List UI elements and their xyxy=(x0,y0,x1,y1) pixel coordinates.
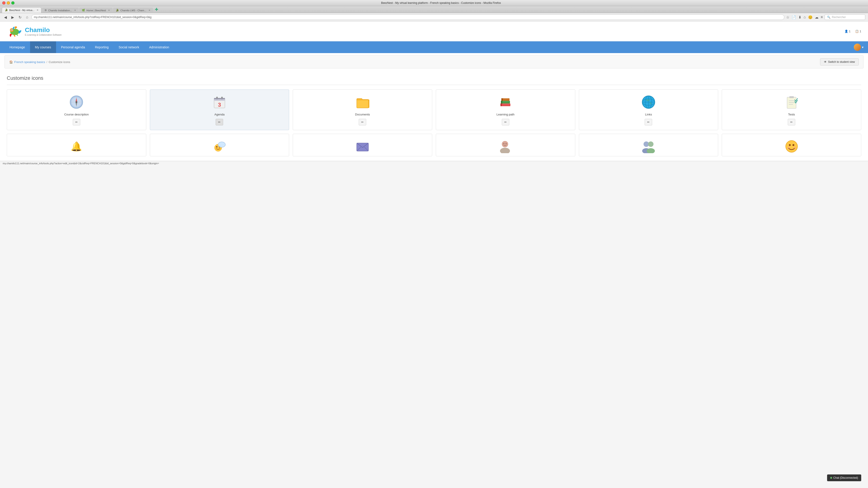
tab-close-1[interactable]: ✕ xyxy=(37,9,38,11)
nav-administration[interactable]: Administration xyxy=(144,41,174,53)
svg-point-36 xyxy=(216,146,217,148)
menu-icon[interactable]: ≡ xyxy=(821,15,823,19)
tab-1[interactable]: 🐊 BeezNest - My virtua... ✕ xyxy=(2,7,41,13)
url-bar[interactable]: my.chamilo111.net/main/course_info/tools… xyxy=(31,14,784,20)
forum-icon-svg xyxy=(213,140,226,153)
icon-card-learning-path: Learning path ✏ xyxy=(436,90,575,130)
close-button[interactable] xyxy=(2,1,5,4)
logo-icon xyxy=(7,25,23,37)
emoji-icon[interactable]: 😊 xyxy=(808,15,813,20)
edit-documents-button[interactable]: ✏ xyxy=(359,119,366,125)
nav-reporting[interactable]: Reporting xyxy=(90,41,114,53)
tab-4[interactable]: 🐊 Chamilo LMS - Cham... ✕ xyxy=(113,8,153,13)
edit-icon-0: ✏ xyxy=(75,121,78,124)
switch-btn-label: Switch to student view xyxy=(828,60,855,64)
forward-button[interactable]: ▶ xyxy=(10,15,16,20)
switch-student-view-button[interactable]: 👁 Switch to student view xyxy=(820,58,859,66)
notification-badge[interactable]: 📋 1 xyxy=(855,30,861,33)
icon-card-announcements: 🔔 xyxy=(7,134,146,156)
reload-button[interactable]: ↻ xyxy=(17,15,23,20)
bookmark-icon[interactable]: ☆ xyxy=(786,15,789,20)
breadcrumb-bar: 🏠 French speaking basics / Customize ico… xyxy=(4,55,864,68)
learning-path-icon xyxy=(498,94,513,110)
icon-card-users xyxy=(436,134,575,156)
header-icons: 👤 1 📋 1 xyxy=(844,30,861,33)
address-bar: ◀ ▶ ↻ ⌂ my.chamilo111.net/main/course_in… xyxy=(0,13,868,22)
emoji-icon-svg xyxy=(785,140,798,153)
edit-links-button[interactable]: ✏ xyxy=(645,119,652,125)
download-icon[interactable]: ⬇ xyxy=(798,15,801,20)
user-avatar[interactable] xyxy=(854,43,861,51)
page-content: Chamilo E-Learning & Collaboration Softw… xyxy=(0,22,868,161)
home-nav-icon[interactable]: ⌂ xyxy=(804,15,806,19)
tab-bar: 🐊 BeezNest - My virtua... ✕ ⚙ Chamilo In… xyxy=(0,6,868,13)
notification-count: 1 xyxy=(860,30,861,33)
svg-rect-16 xyxy=(500,103,502,106)
tab-label-1: BeezNest - My virtua... xyxy=(9,9,34,11)
home-button[interactable]: ⌂ xyxy=(25,15,30,20)
icon-card-groups xyxy=(579,134,718,156)
svg-point-51 xyxy=(793,144,794,146)
agenda-label: Agenda xyxy=(215,113,225,116)
svg-point-43 xyxy=(503,143,504,144)
avatar-dropdown-icon[interactable]: ▾ xyxy=(862,45,864,49)
icon-card-course-description: Course description ✏ xyxy=(7,90,146,130)
tab-2[interactable]: ⚙ Chamilo Installation... ✕ xyxy=(42,8,79,13)
svg-point-46 xyxy=(648,141,653,147)
search-box[interactable]: 🔍 Rechercher xyxy=(825,14,865,20)
tests-icon xyxy=(784,94,800,110)
icon-card-chat xyxy=(722,134,861,156)
user-icon-svg xyxy=(499,140,512,153)
user-icon-badge[interactable]: 👤 1 xyxy=(844,30,850,33)
page-title: Customize icons xyxy=(7,75,861,81)
icon-grid-bottom: 🔔 xyxy=(7,134,861,156)
tab-3[interactable]: 🌿 Home | BeezNest ✕ xyxy=(79,8,113,13)
course-description-label: Course description xyxy=(64,113,89,116)
maximize-button[interactable] xyxy=(11,1,14,4)
edit-tests-button[interactable]: ✏ xyxy=(788,119,795,125)
svg-point-3 xyxy=(11,30,12,31)
tab-close-3[interactable]: ✕ xyxy=(108,9,110,11)
tests-label: Tests xyxy=(788,113,795,116)
reader-icon[interactable]: 📄 xyxy=(792,15,796,20)
svg-rect-20 xyxy=(501,98,503,101)
envelope-icon-svg xyxy=(356,141,369,152)
main-content: Customize icons Course descrip xyxy=(0,71,868,161)
breadcrumb-course-link[interactable]: French speaking basics xyxy=(14,60,45,64)
nav-homepage[interactable]: Homepage xyxy=(4,41,30,53)
edit-course-description-button[interactable]: ✏ xyxy=(73,119,80,125)
nav-my-courses[interactable]: My courses xyxy=(30,41,56,53)
back-button[interactable]: ◀ xyxy=(3,15,8,20)
icon-card-agenda: 3 Agenda ✏ xyxy=(150,90,289,130)
tab-label-3: Home | BeezNest xyxy=(86,9,106,12)
logo: Chamilo E-Learning & Collaboration Softw… xyxy=(7,25,61,37)
search-placeholder: Rechercher xyxy=(832,15,846,19)
icon-card-mail xyxy=(293,134,432,156)
tab-label-2: Chamilo Installation... xyxy=(48,9,72,12)
groups-icon xyxy=(641,138,656,154)
folder-icon-svg xyxy=(355,95,370,109)
main-nav: Homepage My courses Personal agenda Repo… xyxy=(0,41,868,53)
tab-close-2[interactable]: ✕ xyxy=(74,9,76,11)
logo-text-block: Chamilo E-Learning & Collaboration Softw… xyxy=(25,26,61,36)
nav-personal-agenda[interactable]: Personal agenda xyxy=(56,41,90,53)
pocket-icon[interactable]: ☁ xyxy=(815,15,818,20)
breadcrumb: 🏠 French speaking basics / Customize ico… xyxy=(9,60,70,64)
status-bar: my.chamilo111.net/main/course_info/tools… xyxy=(0,161,868,166)
browser-titlebar: BeezNest - My virtual learning platform … xyxy=(0,0,868,6)
edit-learning-path-button[interactable]: ✏ xyxy=(502,119,509,125)
icon-card-tests: Tests ✏ xyxy=(722,90,861,130)
user-icon: 👤 xyxy=(844,30,848,33)
nav-social-network[interactable]: Social network xyxy=(114,41,144,53)
svg-rect-14 xyxy=(214,98,225,99)
breadcrumb-current: Customize icons xyxy=(49,60,70,64)
tab-close-4[interactable]: ✕ xyxy=(149,9,150,11)
tab-favicon-2: ⚙ xyxy=(44,9,47,12)
links-label: Links xyxy=(645,113,652,116)
avatar-image xyxy=(854,43,861,51)
search-icon: 🔍 xyxy=(827,15,831,19)
minimize-button[interactable] xyxy=(7,1,10,4)
new-tab-button[interactable]: ✚ xyxy=(153,7,160,12)
breadcrumb-separator: / xyxy=(46,60,48,64)
edit-agenda-button[interactable]: ✏ xyxy=(216,119,223,125)
